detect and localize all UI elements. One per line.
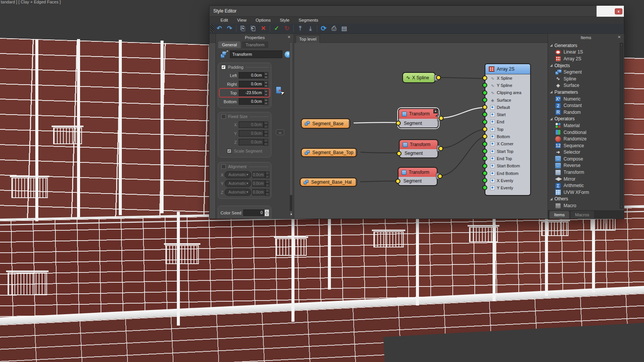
node-segment-base-hal[interactable]: Segment_Base_Hal bbox=[300, 178, 357, 187]
alignment-z-field[interactable]: 0.0cm bbox=[252, 189, 265, 195]
tab-items[interactable]: Items bbox=[550, 211, 569, 219]
padding-right-field[interactable]: 0.0cm bbox=[239, 81, 264, 87]
fixed-size-x-spinner[interactable]: ▴▾ bbox=[264, 121, 268, 128]
menu-options[interactable]: Options bbox=[251, 18, 276, 22]
items-panel-item-arithmetic[interactable]: ΣArithmetic bbox=[548, 182, 619, 189]
output-port[interactable] bbox=[438, 146, 443, 151]
fixed-size-z-field[interactable]: 0.0cm bbox=[239, 139, 264, 145]
node-transform-1-selected[interactable]: Transform ✕ ◢ Segment bbox=[398, 108, 439, 128]
node-x-spline[interactable]: ∿ X Spline bbox=[402, 72, 436, 83]
output-port[interactable] bbox=[439, 116, 444, 121]
array-port-y-spline[interactable] bbox=[482, 83, 487, 88]
alignment-y-dropdown[interactable]: Automatic bbox=[225, 180, 251, 187]
input-port[interactable] bbox=[397, 151, 402, 156]
node-header[interactable]: Transform bbox=[398, 168, 437, 177]
array-port-y-evenly[interactable] bbox=[482, 185, 487, 190]
undo-icon[interactable]: ↶ bbox=[216, 25, 223, 32]
check-icon[interactable]: ✓ bbox=[273, 25, 280, 32]
items-panel-item-spline[interactable]: ∿Spline bbox=[548, 76, 619, 82]
padding-top-spinner[interactable]: ▴▾ bbox=[264, 90, 268, 96]
array-port-x-evenly[interactable] bbox=[482, 178, 487, 183]
array-port-start-bottom[interactable] bbox=[482, 164, 487, 168]
array-port-end[interactable] bbox=[482, 120, 487, 124]
alignment-y-spinner[interactable]: ▴▾ bbox=[265, 180, 269, 187]
fixed-size-checkbox[interactable] bbox=[221, 114, 226, 119]
items-category-parameters[interactable]: Parameters bbox=[548, 89, 619, 96]
items-panel-item-conditional[interactable]: Conditional bbox=[548, 129, 619, 136]
fixed-size-y-field[interactable]: 0.0cm bbox=[239, 130, 264, 137]
array-port-end-top[interactable] bbox=[482, 156, 487, 161]
items-category-generators[interactable]: Generators bbox=[548, 42, 619, 49]
fixed-size-x-field[interactable]: 0.0cm bbox=[239, 121, 264, 128]
color-seed-field[interactable]: 0 bbox=[243, 209, 265, 216]
array-port-end-bottom[interactable] bbox=[482, 171, 487, 176]
node-transform-2[interactable]: Transform Segment bbox=[399, 139, 438, 158]
items-panel-item-array-2s[interactable]: Array 2S bbox=[548, 55, 619, 62]
output-port[interactable] bbox=[436, 75, 441, 80]
node-header[interactable]: Transform ✕ ◢ bbox=[399, 109, 438, 119]
menu-style[interactable]: Style bbox=[275, 18, 294, 22]
items-panel-item-constant[interactable]: 2Constant bbox=[548, 102, 619, 109]
padding-bottom-spinner[interactable]: ▴▾ bbox=[264, 98, 268, 105]
padding-bottom-field[interactable]: 0.0cm bbox=[239, 98, 264, 105]
padding-checkbox[interactable]: ✓ bbox=[221, 65, 226, 69]
alignment-x-spinner[interactable]: ▴▾ bbox=[265, 172, 269, 178]
array-port-bottom[interactable] bbox=[482, 134, 487, 139]
alignment-z-dropdown[interactable]: Automatic bbox=[225, 189, 251, 196]
node-header[interactable]: Transform bbox=[400, 140, 438, 149]
paste-icon[interactable]: ⎗ bbox=[249, 25, 257, 32]
padding-left-spinner[interactable]: ▴▾ bbox=[264, 72, 268, 79]
fixed-size-z-spinner[interactable]: ▴▾ bbox=[264, 139, 268, 145]
alignment-x-field[interactable]: 0.0cm bbox=[252, 172, 265, 178]
items-panel-item-numeric[interactable]: X²Numeric bbox=[548, 96, 619, 102]
swap-axes-icon[interactable]: ↔ bbox=[276, 129, 284, 135]
node-array-2s[interactable]: Array 2S ∿X Spline∿Y Spline∿Clipping are… bbox=[485, 63, 531, 196]
items-panel-item-sequence[interactable]: 12Sequence bbox=[548, 142, 619, 149]
items-panel-item-randomize[interactable]: Randomize bbox=[548, 135, 619, 142]
padding-right-spinner[interactable]: ▴▾ bbox=[264, 81, 268, 87]
tab-general[interactable]: General bbox=[218, 41, 241, 48]
delete-icon[interactable]: ✕ bbox=[260, 25, 267, 32]
node-header[interactable]: Array 2S bbox=[485, 64, 530, 74]
items-panel-item-reverse[interactable]: ←Reverse bbox=[548, 162, 619, 169]
properties-scrollbar[interactable] bbox=[290, 42, 293, 217]
items-panel-item-linear-1s[interactable]: Linear 1S bbox=[548, 49, 619, 56]
items-panel-item-selector[interactable]: ➜Selector bbox=[548, 149, 619, 156]
items-scrollbar[interactable] bbox=[620, 43, 623, 209]
export-file-icon[interactable]: ⎙ bbox=[330, 25, 338, 32]
node-transform-3[interactable]: Transform Segment bbox=[398, 167, 438, 186]
color-seed-spinner[interactable]: ▴▾ bbox=[265, 209, 269, 216]
array-port-start[interactable] bbox=[482, 112, 487, 117]
items-panel-item-compose[interactable]: ↔Compose bbox=[548, 156, 619, 162]
export-icon[interactable]: ⤓ bbox=[307, 25, 314, 32]
properties-close-icon[interactable]: ✕ bbox=[288, 35, 291, 39]
scale-segment-checkbox[interactable]: ✓ bbox=[227, 149, 231, 153]
menu-view[interactable]: View bbox=[233, 18, 251, 22]
redo-icon[interactable]: ↷ bbox=[226, 25, 233, 32]
items-panel-item-material[interactable]: Material bbox=[548, 122, 619, 129]
input-port[interactable] bbox=[395, 179, 400, 184]
items-panel-item-macro[interactable]: Macro bbox=[548, 202, 619, 209]
array-port-x-spline[interactable] bbox=[482, 76, 487, 80]
array-port-top[interactable] bbox=[482, 127, 487, 132]
tab-macros[interactable]: Macros bbox=[570, 211, 594, 219]
node-name-input[interactable] bbox=[230, 50, 282, 58]
fixed-size-y-spinner[interactable]: ▴▾ bbox=[264, 130, 268, 137]
canvas-tab-top-level[interactable]: Top level bbox=[296, 35, 320, 43]
menu-edit[interactable]: Edit bbox=[216, 18, 233, 22]
array-port-default[interactable] bbox=[482, 105, 487, 110]
node-close-icon[interactable]: ✕ bbox=[433, 109, 438, 113]
alignment-checkbox[interactable] bbox=[221, 164, 226, 169]
update-icon[interactable]: ↻ bbox=[283, 25, 291, 32]
node-segment-base-top[interactable]: Segment_Base_Top bbox=[301, 148, 357, 157]
copy-icon[interactable]: ⎘ bbox=[239, 25, 247, 32]
items-panel-item-segment[interactable]: Segment bbox=[548, 69, 619, 76]
array-port-clipping-area[interactable] bbox=[482, 90, 487, 95]
window-close-button[interactable]: x bbox=[615, 8, 622, 14]
array-port-start-top[interactable] bbox=[482, 149, 487, 154]
items-panel-item-uvw-xform[interactable]: UVW XForm bbox=[548, 189, 619, 196]
input-port[interactable] bbox=[396, 121, 401, 126]
items-category-others[interactable]: Others bbox=[548, 196, 619, 203]
toolbar-grip[interactable] bbox=[210, 24, 214, 32]
items-panel-item-random[interactable]: RRandom bbox=[548, 109, 619, 116]
